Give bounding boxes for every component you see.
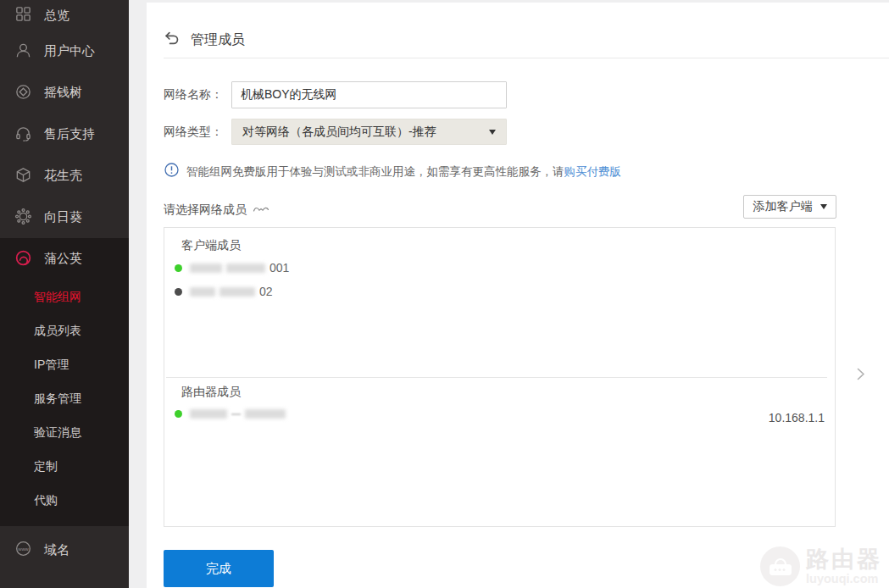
online-status-dot — [175, 264, 182, 272]
chevron-right-icon[interactable] — [855, 367, 866, 385]
sidebar-subitem-purchasing[interactable]: 代购 — [0, 483, 129, 517]
panel-divider — [166, 377, 827, 378]
add-client-button[interactable]: 添加客户端 — [743, 195, 836, 219]
user-icon — [14, 42, 32, 62]
watermark-text: 路由器 luyouqi.com — [806, 547, 882, 585]
network-name-label: 网络名称： — [164, 87, 231, 103]
sidebar-subitem-smart-network[interactable]: 智能组网 — [0, 280, 129, 313]
censored-name-block — [226, 263, 265, 273]
sidebar-item-overview[interactable]: 总览 — [0, 0, 129, 31]
router-ip: 10.168.1.1 — [769, 411, 825, 424]
sidebar-item-sunflower[interactable]: 向日葵 — [0, 197, 129, 238]
dandelion-icon — [14, 249, 32, 269]
watermark-title: 路由器 — [806, 547, 882, 571]
members-panel: 客户端成员 001 02 路由器成员 10.168.1.1 — [164, 227, 836, 527]
money-tree-icon — [14, 83, 32, 103]
network-type-row: 网络类型： 对等网络（各成员间均可互联）-推荐 — [164, 119, 507, 145]
title-divider — [164, 58, 889, 58]
censored-name-dash — [231, 413, 241, 415]
network-type-select[interactable]: 对等网络（各成员间均可互联）-推荐 — [231, 119, 507, 145]
grid-icon — [14, 5, 32, 25]
router-member-row[interactable] — [175, 409, 286, 419]
sidebar-item-domain[interactable]: www 域名 — [0, 526, 129, 574]
censored-name-block — [245, 409, 286, 419]
content-card: 管理成员 网络名称： 网络类型： 对等网络（各成员间均可互联）-推荐 智能组网免… — [147, 3, 889, 588]
client-member-row[interactable]: 001 — [175, 261, 289, 275]
client-name-suffix: 001 — [269, 261, 289, 275]
caret-down-icon — [820, 204, 827, 209]
done-button[interactable]: 完成 — [164, 550, 274, 587]
sunflower-icon — [14, 208, 32, 228]
sidebar-active-section: 蒲公英 智能组网 成员列表 IP管理 服务管理 验证消息 定制 代购 — [0, 238, 129, 526]
watermark: 路由器 luyouqi.com — [760, 546, 882, 586]
sidebar-item-user-center[interactable]: 用户中心 — [0, 31, 129, 72]
member-hint-icon[interactable] — [253, 202, 269, 218]
censored-name-block — [190, 409, 227, 419]
censored-name-block — [219, 287, 255, 297]
info-icon — [164, 163, 179, 180]
watermark-url: luyouqi.com — [806, 572, 882, 585]
add-client-label: 添加客户端 — [753, 199, 813, 214]
page-title: 管理成员 — [191, 31, 245, 49]
client-members-header: 客户端成员 — [181, 238, 241, 253]
main-region: 管理成员 网络名称： 网络类型： 对等网络（各成员间均可互联）-推荐 智能组网免… — [129, 0, 889, 588]
sidebar-item-label: 蒲公英 — [44, 251, 82, 267]
sidebar-item-label: 总览 — [44, 8, 69, 24]
censored-name-block — [190, 263, 222, 273]
router-members-header: 路由器成员 — [181, 385, 241, 400]
www-icon: www — [14, 540, 32, 560]
sidebar-item-label: 域名 — [44, 542, 69, 558]
censored-name-block — [190, 287, 215, 297]
sidebar-item-dandelion[interactable]: 蒲公英 — [0, 238, 129, 280]
notice-text: 智能组网免费版用于体验与测试或非商业用途，如需享有更高性能服务，请购买付费版 — [186, 164, 621, 180]
buy-paid-version-link[interactable]: 购买付费版 — [564, 165, 622, 178]
caret-down-icon — [489, 130, 496, 135]
sidebar-item-label: 向日葵 — [44, 209, 82, 225]
select-members-label: 请选择网络成员 — [164, 202, 247, 218]
network-type-label: 网络类型： — [164, 125, 231, 140]
sidebar-item-label: 花生壳 — [44, 168, 82, 184]
sidebar-subitem-verify-messages[interactable]: 验证消息 — [0, 415, 129, 449]
sidebar-subitem-customization[interactable]: 定制 — [0, 449, 129, 483]
sidebar-item-label: 售后支持 — [44, 126, 95, 142]
client-member-row[interactable]: 02 — [175, 285, 273, 298]
select-members-row: 请选择网络成员 — [164, 202, 269, 218]
sidebar-item-money-tree[interactable]: 摇钱树 — [0, 72, 129, 114]
svg-text:www: www — [17, 546, 29, 552]
sidebar-subitem-service-management[interactable]: 服务管理 — [0, 381, 129, 415]
headset-icon — [14, 125, 32, 145]
sidebar-item-label: 用户中心 — [44, 43, 95, 59]
network-name-input[interactable] — [231, 81, 507, 108]
online-status-dot — [175, 410, 182, 418]
sidebar-item-label: 摇钱树 — [44, 85, 82, 101]
sidebar-subitem-member-list[interactable]: 成员列表 — [0, 313, 129, 347]
box-icon — [14, 166, 32, 186]
router-logo-icon — [760, 546, 800, 586]
network-name-row: 网络名称： — [164, 81, 507, 108]
offline-status-dot — [175, 288, 182, 296]
back-icon[interactable] — [164, 31, 180, 50]
sidebar: 总览 用户中心 摇钱树 售后支持 — [0, 0, 129, 588]
sidebar-item-support[interactable]: 售后支持 — [0, 114, 129, 155]
sidebar-item-peanut-shell[interactable]: 花生壳 — [0, 155, 129, 197]
page-header: 管理成员 — [164, 31, 245, 50]
network-type-value: 对等网络（各成员间均可互联）-推荐 — [242, 125, 436, 140]
sidebar-subitem-ip-management[interactable]: IP管理 — [0, 347, 129, 381]
free-version-notice: 智能组网免费版用于体验与测试或非商业用途，如需享有更高性能服务，请购买付费版 — [164, 163, 621, 180]
client-name-suffix: 02 — [259, 285, 273, 298]
